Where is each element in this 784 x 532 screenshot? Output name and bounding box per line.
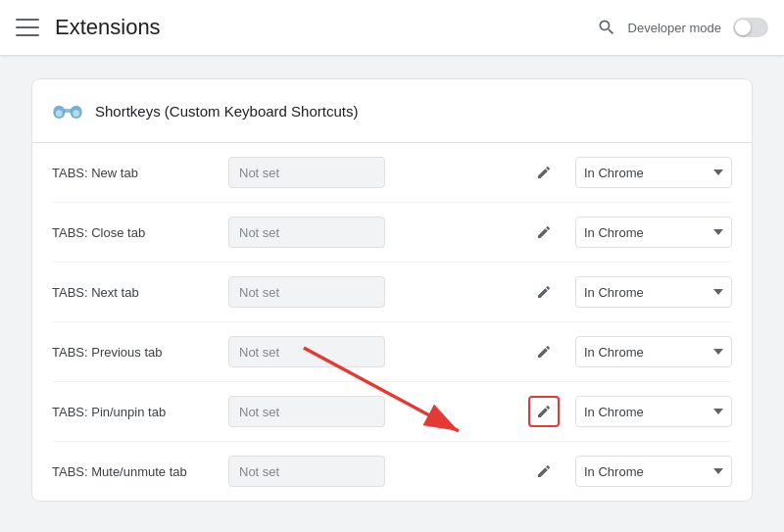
page-title: Extensions bbox=[55, 15, 597, 40]
svg-rect-2 bbox=[64, 109, 72, 113]
scope-select[interactable]: In Chrome In Chrome bbox=[575, 396, 732, 427]
scope-select-wrap: In Chrome In Chrome bbox=[575, 396, 732, 427]
shortcut-row: TABS: Mute/unmute tab In Chrome In Chrom… bbox=[52, 442, 732, 501]
shortcut-label: TABS: Close tab bbox=[52, 225, 228, 240]
scope-select[interactable]: In Chrome In Chrome bbox=[575, 336, 732, 367]
extension-icon bbox=[52, 95, 83, 126]
main-content: Shortkeys (Custom Keyboard Shortcuts) TA… bbox=[0, 55, 784, 532]
pencil-icon bbox=[536, 284, 552, 300]
edit-shortcut-button[interactable] bbox=[528, 396, 560, 427]
scope-select[interactable]: In Chrome In Chrome bbox=[575, 276, 732, 308]
pencil-icon bbox=[536, 404, 552, 419]
shortcut-label: TABS: Previous tab bbox=[52, 345, 228, 360]
scope-select-wrap: In Chrome In Chrome bbox=[575, 336, 732, 367]
edit-shortcut-button[interactable] bbox=[528, 456, 560, 487]
shortcut-input[interactable] bbox=[228, 276, 385, 308]
shortcut-input[interactable] bbox=[228, 396, 385, 427]
developer-mode-label: Developer mode bbox=[628, 21, 721, 35]
scope-select[interactable]: In Chrome In Chrome bbox=[575, 157, 732, 188]
shortcut-input[interactable] bbox=[228, 456, 385, 487]
pencil-icon bbox=[536, 463, 552, 479]
shortcut-label: TABS: Pin/unpin tab bbox=[52, 405, 228, 419]
shortcut-input-wrap bbox=[228, 456, 520, 487]
edit-shortcut-button[interactable] bbox=[528, 217, 560, 248]
pencil-icon bbox=[536, 224, 552, 240]
shortcut-input-wrap bbox=[228, 396, 520, 427]
shortcut-input[interactable] bbox=[228, 217, 385, 248]
scope-select-wrap: In Chrome In Chrome bbox=[575, 456, 732, 487]
shortcut-label: TABS: Next tab bbox=[52, 285, 228, 300]
shortcut-label: TABS: Mute/unmute tab bbox=[52, 464, 228, 479]
scope-select-wrap: In Chrome In Chrome bbox=[575, 157, 732, 188]
scope-select-wrap: In Chrome In Chrome bbox=[575, 276, 732, 308]
shortcut-label: TABS: New tab bbox=[52, 166, 228, 180]
header-right: Developer mode bbox=[597, 18, 768, 37]
extension-header: Shortkeys (Custom Keyboard Shortcuts) bbox=[32, 79, 752, 143]
shortcut-row: TABS: New tab In Chrome In Chrome bbox=[52, 143, 732, 203]
edit-shortcut-button[interactable] bbox=[528, 336, 560, 367]
developer-mode-toggle[interactable] bbox=[733, 18, 768, 37]
scope-select-wrap: In Chrome In Chrome bbox=[575, 217, 732, 248]
search-icon bbox=[597, 18, 616, 37]
scope-select[interactable]: In Chrome In Chrome bbox=[575, 217, 732, 248]
shortcut-input-wrap bbox=[228, 276, 520, 308]
pencil-icon bbox=[536, 344, 552, 360]
extension-name: Shortkeys (Custom Keyboard Shortcuts) bbox=[95, 103, 358, 120]
svg-point-3 bbox=[56, 110, 63, 117]
shortcut-row: TABS: Close tab In Chrome In Chrome bbox=[52, 203, 732, 263]
shortcut-row: TABS: Previous tab In Chrome In Chrome bbox=[52, 322, 732, 382]
svg-point-4 bbox=[73, 110, 79, 117]
shortcut-input-wrap bbox=[228, 336, 520, 367]
search-button[interactable] bbox=[597, 18, 616, 37]
shortcut-row: TABS: Pin/unpin tab In Chrome In Chrome bbox=[52, 382, 732, 442]
extension-card: Shortkeys (Custom Keyboard Shortcuts) TA… bbox=[31, 78, 753, 502]
pencil-icon bbox=[536, 165, 552, 180]
header: Extensions Developer mode bbox=[0, 0, 784, 55]
scope-select[interactable]: In Chrome In Chrome bbox=[575, 456, 732, 487]
shortcut-input-wrap bbox=[228, 217, 520, 248]
edit-shortcut-button[interactable] bbox=[528, 276, 560, 308]
menu-icon[interactable] bbox=[16, 19, 39, 36]
shortcut-row: TABS: Next tab In Chrome In Chrome bbox=[52, 263, 732, 322]
shortcut-input[interactable] bbox=[228, 336, 385, 367]
shortcut-input[interactable] bbox=[228, 157, 385, 188]
shortcuts-table: TABS: New tab In Chrome In Chrome TABS: … bbox=[32, 143, 752, 501]
edit-shortcut-button[interactable] bbox=[528, 157, 560, 188]
shortcut-input-wrap bbox=[228, 157, 520, 188]
